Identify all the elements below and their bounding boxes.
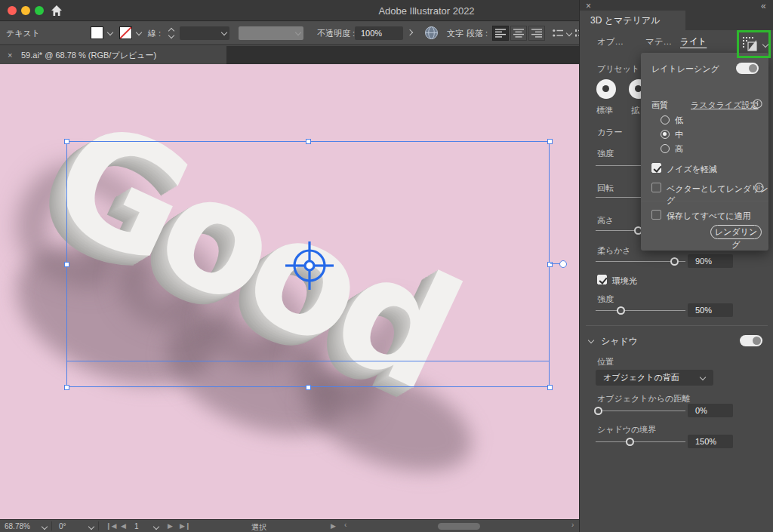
rotate-handle[interactable] [559, 260, 567, 268]
status-mode-label: 選択 [251, 522, 266, 532]
quality-low-radio[interactable] [661, 115, 670, 125]
3d-rotation-target-icon[interactable] [281, 237, 338, 297]
status-play-icon[interactable]: ▶ [331, 522, 336, 530]
quality-low-label: 低 [675, 115, 683, 126]
ambient-intensity-slider-knob[interactable] [617, 306, 625, 315]
rotation-value[interactable]: 0° [59, 522, 66, 530]
stroke-dropdown-chevron-icon[interactable] [136, 29, 142, 35]
previous-artboard-icon[interactable]: ◀ [121, 522, 126, 530]
render-as-vector-label: ベクターとしてレンダリング [667, 183, 768, 206]
render-settings-icon[interactable] [742, 36, 759, 53]
shadow-bounds-slider-knob[interactable] [626, 438, 634, 446]
rotation-dropdown-chevron-icon[interactable] [88, 524, 94, 530]
ambient-intensity-value-field[interactable]: 50% [688, 303, 733, 317]
opacity-label: 不透明度 : [317, 28, 355, 39]
opacity-field[interactable]: 100% [355, 26, 403, 40]
align-left-button[interactable] [492, 26, 509, 41]
softness-slider[interactable] [596, 261, 685, 262]
zoom-dropdown-chevron-icon[interactable] [42, 524, 48, 530]
fill-color-swatch[interactable] [91, 26, 103, 39]
tab-light[interactable]: ライト [680, 36, 707, 48]
zoom-level-value[interactable]: 68.78% [5, 522, 30, 530]
panel-tab-title[interactable]: 3D とマテリアル [580, 11, 685, 30]
color-label: カラー [597, 127, 623, 138]
home-icon[interactable] [50, 4, 63, 17]
document-tab-strip: × 59.ai* @ 68.78 % (RGB/プレビュー) [0, 46, 579, 64]
shadow-toggle[interactable] [740, 335, 762, 346]
shadow-position-select[interactable]: オブジェクトの背面 [596, 370, 713, 386]
shadow-section-title[interactable]: シャドウ [601, 335, 638, 348]
document-tab-label: 59.ai* @ 68.78 % (RGB/プレビュー) [21, 46, 156, 64]
quality-high-radio[interactable] [661, 144, 670, 153]
ambient-light-checkbox[interactable] [597, 275, 607, 284]
raytracing-toggle[interactable] [736, 63, 759, 74]
tab-material[interactable]: マテ… [645, 36, 672, 48]
tab-object[interactable]: オブ… [597, 36, 624, 48]
close-window-button[interactable] [8, 6, 17, 15]
first-artboard-icon[interactable]: ❙◀ [106, 522, 116, 530]
minimize-window-button[interactable] [21, 6, 30, 15]
selection-handle-bottom-left[interactable] [64, 385, 69, 390]
divider [98, 521, 99, 530]
variable-width-field [239, 26, 303, 40]
zoom-window-button[interactable] [35, 6, 44, 15]
opacity-panel-arrow-icon[interactable] [407, 29, 413, 35]
selection-handle-top-center[interactable] [306, 139, 311, 144]
selection-handle-bottom-right[interactable] [547, 385, 553, 390]
quality-label: 画質 [651, 100, 668, 111]
ambient-intensity-slider[interactable] [596, 310, 685, 311]
bullet-list-chevron-icon[interactable] [566, 30, 572, 36]
character-label[interactable]: 文字 [447, 28, 463, 39]
bullet-list-icon[interactable] [553, 29, 563, 39]
preset-standard-icon[interactable] [596, 79, 616, 99]
stroke-weight-down-stepper-icon[interactable] [168, 32, 174, 38]
panel-collapse-icon[interactable]: « [761, 1, 766, 11]
shadow-distance-slider[interactable] [596, 411, 685, 411]
apply-to-all-checkbox[interactable] [651, 210, 661, 220]
context-label: テキスト [6, 28, 40, 39]
scroll-left-icon[interactable]: ‹ [344, 521, 346, 529]
artboard-number-field[interactable]: 1 [134, 522, 139, 530]
ambient-light-label: 環境光 [612, 275, 637, 287]
divider [586, 325, 768, 326]
document-tab[interactable]: × 59.ai* @ 68.78 % (RGB/プレビュー) [0, 46, 226, 64]
globe-icon[interactable] [424, 26, 439, 42]
artboard-dropdown-chevron-icon[interactable] [153, 524, 159, 530]
last-artboard-icon[interactable]: ▶❙ [180, 522, 190, 530]
canvas-area[interactable]: Good [0, 64, 579, 519]
apply-to-all-label: 保存してすべてに適用 [667, 211, 751, 222]
horizontal-scrollbar-thumb[interactable] [438, 523, 480, 530]
shadow-distance-value-field[interactable]: 0% [688, 404, 733, 417]
selection-handle-middle-left[interactable] [64, 262, 69, 267]
selection-handle-top-right[interactable] [547, 139, 553, 144]
rasterize-settings-link[interactable]: ラスタライズ設定 [691, 100, 759, 111]
shadow-bounds-label: シャドウの境界 [597, 424, 656, 435]
render-button[interactable]: レンダリング [710, 225, 762, 239]
info-icon[interactable] [754, 183, 764, 194]
softness-slider-knob[interactable] [670, 257, 679, 266]
reduce-noise-checkbox[interactable] [651, 163, 661, 173]
paragraph-label[interactable]: 段落 : [467, 28, 488, 39]
softness-value-field[interactable]: 90% [688, 254, 733, 268]
render-as-vector-checkbox[interactable] [651, 183, 661, 192]
align-right-button[interactable] [528, 26, 545, 41]
selection-handle-bottom-center[interactable] [306, 385, 311, 390]
fill-dropdown-chevron-icon[interactable] [107, 29, 113, 35]
shadow-distance-slider-knob[interactable] [594, 407, 602, 415]
document-tab-close-icon[interactable]: × [8, 46, 12, 64]
next-artboard-icon[interactable]: ▶ [168, 522, 173, 530]
quality-medium-label: 中 [675, 129, 683, 140]
selection-handle-top-left[interactable] [64, 139, 69, 144]
shadow-bounds-slider[interactable] [596, 441, 685, 442]
stroke-color-swatch[interactable] [119, 26, 132, 39]
none-stroke-icon [120, 27, 131, 38]
scroll-right-icon[interactable]: › [571, 521, 574, 529]
quality-medium-radio[interactable] [661, 130, 670, 139]
align-center-button[interactable] [510, 26, 527, 41]
quality-high-label: 高 [675, 143, 683, 155]
panel-close-icon[interactable]: × [586, 1, 591, 11]
info-icon[interactable] [753, 99, 762, 110]
shadow-section-chevron-icon[interactable] [588, 337, 594, 343]
shadow-position-label: 位置 [597, 356, 614, 367]
shadow-bounds-value-field[interactable]: 150% [688, 435, 733, 448]
